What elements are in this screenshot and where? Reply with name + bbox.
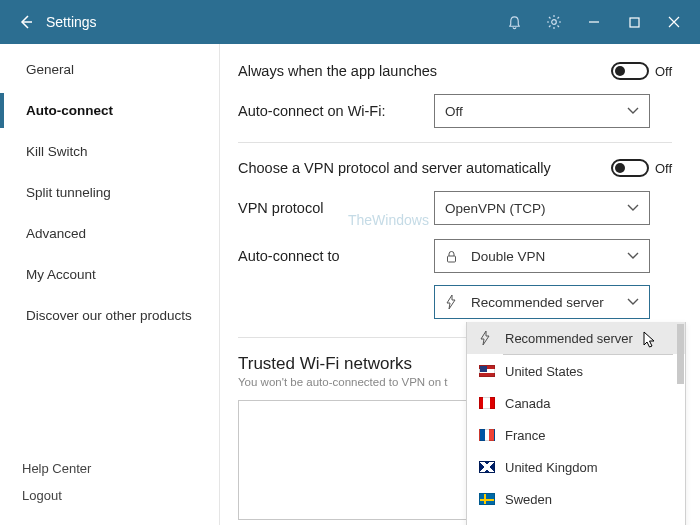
chevron-down-icon (627, 204, 639, 212)
vpn-protocol-select[interactable]: OpenVPN (TCP) (434, 191, 650, 225)
auto-wifi-value: Off (445, 104, 463, 119)
flag-icon-fr (479, 429, 495, 441)
flag-icon-se (479, 493, 495, 505)
always-launch-label: Always when the app launches (238, 63, 611, 79)
sidebar-item-splittunneling[interactable]: Split tunneling (0, 175, 219, 210)
choose-protocol-label: Choose a VPN protocol and server automat… (238, 160, 611, 176)
maximize-button[interactable] (614, 0, 654, 44)
window-title: Settings (46, 14, 494, 30)
svg-rect-2 (630, 18, 639, 27)
chevron-down-icon (627, 298, 639, 306)
dropdown-item-fr[interactable]: France (467, 419, 685, 451)
bolt-icon (479, 331, 495, 345)
dropdown-item-label: United States (505, 364, 583, 379)
auto-wifi-label: Auto-connect on Wi-Fi: (238, 103, 434, 119)
sidebar-item-advanced[interactable]: Advanced (0, 216, 219, 251)
main-panel: TheWindows Always when the app launches … (220, 44, 700, 525)
bolt-icon (445, 295, 463, 309)
auto-connect-to-value: Double VPN (471, 249, 545, 264)
dropdown-item-label: Canada (505, 396, 551, 411)
dropdown-item-recommended[interactable]: Recommended server (467, 322, 685, 354)
lock-icon (445, 250, 463, 263)
back-button[interactable] (12, 8, 40, 36)
vpn-protocol-label: VPN protocol (238, 200, 434, 216)
svg-point-0 (552, 20, 557, 25)
always-launch-state: Off (655, 64, 672, 79)
help-center-link[interactable]: Help Center (22, 455, 219, 482)
auto-connect-to-select[interactable]: Double VPN (434, 239, 650, 273)
titlebar: Settings (0, 0, 700, 44)
bell-icon[interactable] (494, 0, 534, 44)
logout-link[interactable]: Logout (22, 482, 219, 509)
server-select[interactable]: Recommended server (434, 285, 650, 319)
server-select-value: Recommended server (471, 295, 604, 310)
dropdown-item-label: United Kingdom (505, 460, 598, 475)
sidebar: General Auto-connect Kill Switch Split t… (0, 44, 220, 525)
flag-icon-us (479, 365, 495, 377)
dropdown-item-label: France (505, 428, 545, 443)
auto-wifi-select[interactable]: Off (434, 94, 650, 128)
gear-icon[interactable] (534, 0, 574, 44)
svg-rect-3 (448, 256, 456, 262)
always-launch-toggle[interactable] (611, 62, 649, 80)
chevron-down-icon (627, 252, 639, 260)
sidebar-item-myaccount[interactable]: My Account (0, 257, 219, 292)
server-dropdown-popup: Recommended server United States Canada … (466, 322, 686, 525)
minimize-button[interactable] (574, 0, 614, 44)
dropdown-item-label: Sweden (505, 492, 552, 507)
divider (238, 142, 672, 143)
scrollbar-thumb[interactable] (677, 324, 684, 384)
dropdown-item-label: Recommended server (505, 331, 633, 346)
auto-connect-to-label: Auto-connect to (238, 248, 434, 264)
choose-protocol-toggle[interactable] (611, 159, 649, 177)
dropdown-item-se[interactable]: Sweden (467, 483, 685, 515)
close-button[interactable] (654, 0, 694, 44)
dropdown-item-nl[interactable]: Netherlands (467, 515, 685, 525)
vpn-protocol-value: OpenVPN (TCP) (445, 201, 546, 216)
sidebar-item-discover[interactable]: Discover our other products (0, 298, 219, 333)
dropdown-item-us[interactable]: United States (467, 355, 685, 387)
sidebar-item-general[interactable]: General (0, 52, 219, 87)
sidebar-item-killswitch[interactable]: Kill Switch (0, 134, 219, 169)
sidebar-item-autoconnect[interactable]: Auto-connect (0, 93, 219, 128)
choose-protocol-state: Off (655, 161, 672, 176)
dropdown-item-ca[interactable]: Canada (467, 387, 685, 419)
flag-icon-uk (479, 461, 495, 473)
flag-icon-ca (479, 397, 495, 409)
chevron-down-icon (627, 107, 639, 115)
dropdown-item-uk[interactable]: United Kingdom (467, 451, 685, 483)
